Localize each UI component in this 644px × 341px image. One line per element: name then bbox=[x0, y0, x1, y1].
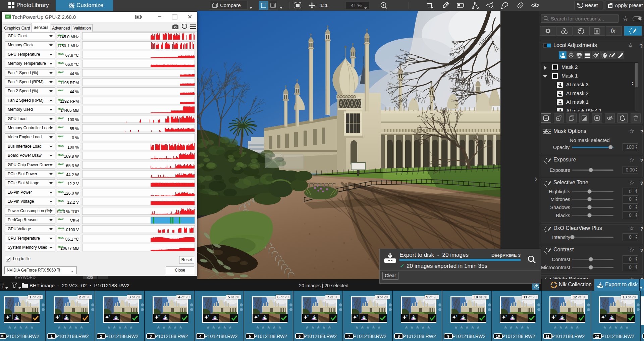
svg-text:A: A bbox=[609, 53, 612, 57]
